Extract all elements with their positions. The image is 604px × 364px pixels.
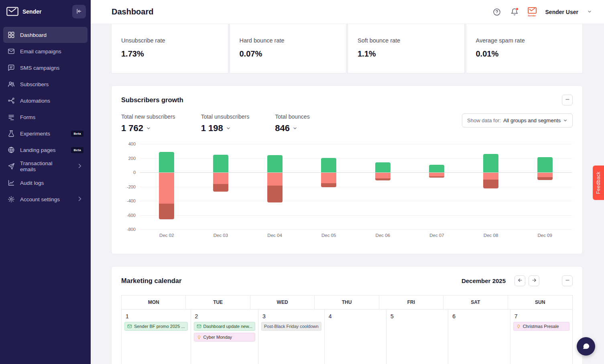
subscribers-icon [7, 81, 15, 88]
chart-bars [140, 144, 572, 229]
notifications-bell-icon[interactable] [510, 8, 519, 16]
growth-title: Subscribers growth [121, 96, 183, 104]
calendar-prev-button[interactable] [515, 275, 525, 286]
growth-collapse-button[interactable] [562, 95, 573, 105]
bar-bounces[interactable] [483, 180, 498, 188]
calendar-day-header-mon: MON [122, 295, 186, 309]
bar-new-subscribers[interactable] [429, 165, 444, 173]
bar-bounces[interactable] [375, 178, 390, 180]
chat-widget-button[interactable] [577, 337, 595, 356]
chart-plot: 4002000-200-400-600-800 [140, 144, 572, 229]
calendar-day-4[interactable]: 4 [325, 309, 386, 364]
stat-card-average-spam-rate: Average spam rate0.01% [466, 24, 583, 73]
landing-pages-icon [7, 146, 15, 154]
arrow-right-icon [531, 277, 537, 284]
sidebar-item-audit-logs[interactable]: Audit logs [3, 175, 87, 191]
bar-bounces[interactable] [159, 204, 174, 219]
chevron-right-icon [76, 195, 83, 204]
bar-bounces[interactable] [267, 186, 283, 203]
sidebar-item-subscribers[interactable]: Subscribers [3, 76, 87, 92]
calendar-title: Marketing calendar [121, 277, 181, 285]
chart-y-tick: 200 [128, 156, 136, 161]
settings-icon [7, 196, 15, 203]
metric-value-dropdown[interactable]: 1 762 [121, 123, 175, 133]
bar-new-subscribers[interactable] [537, 157, 553, 172]
user-menu[interactable]: Sender User [545, 9, 578, 15]
bar-new-subscribers[interactable] [159, 152, 174, 173]
bar-new-subscribers[interactable] [375, 162, 390, 172]
calendar-day-7[interactable]: 7Christmas Presale [510, 309, 572, 364]
chart-y-tick: -800 [127, 227, 136, 232]
calendar-day-5[interactable]: 5 [386, 309, 448, 364]
bar-new-subscribers[interactable] [483, 154, 498, 172]
sidebar-item-transactional-emails[interactable]: Transactional emails [3, 158, 87, 174]
bar-bounces[interactable] [429, 176, 444, 178]
calendar-day-1[interactable]: 1Sender BF promo 2025 ... [122, 309, 191, 364]
bar-unsubscribers[interactable] [159, 173, 174, 204]
calendar-event[interactable]: Christmas Presale [513, 322, 569, 331]
main: Dashboard Sender Sender User [91, 0, 604, 364]
metric-unsubscribers: Total unsubscribers 1 198 [201, 113, 250, 133]
collapse-left-icon [76, 8, 82, 16]
app: Sender DashboardEmail campaignsSMS campa… [0, 0, 604, 364]
chart-column-dec-04 [248, 144, 302, 229]
calendar-day-6[interactable]: 6 [448, 309, 510, 364]
bar-new-subscribers[interactable] [321, 158, 336, 172]
bar-unsubscribers[interactable] [375, 173, 390, 178]
sidebar-item-label: Transactional emails [20, 160, 66, 172]
bar-new-subscribers[interactable] [267, 155, 283, 172]
notification-dot [516, 8, 519, 10]
calendar-day-2[interactable]: 2Dashboard update new...Cyber Monday [191, 309, 258, 364]
metric-value-dropdown[interactable]: 846 [275, 123, 309, 133]
sidebar-item-sms-campaigns[interactable]: SMS campaigns [3, 60, 87, 76]
bar-bounces[interactable] [321, 183, 336, 188]
chart-x-tick: Dec 09 [518, 233, 572, 238]
bar-unsubscribers[interactable] [429, 173, 444, 176]
stats-row: Unsubscribe rate1.73%Hard bounce rate0.0… [111, 24, 583, 73]
sidebar-collapse-button[interactable] [72, 5, 86, 18]
sidebar-item-experiments[interactable]: ExperimentsBeta [3, 125, 87, 142]
chart-y-tick: -400 [127, 198, 136, 203]
bar-unsubscribers[interactable] [483, 173, 498, 180]
chevron-down-icon [293, 126, 297, 131]
show-data-for-dropdown[interactable]: Show data for: All groups and segments [462, 113, 573, 127]
feedback-tab[interactable]: Feedback [593, 166, 604, 200]
bar-unsubscribers[interactable] [213, 173, 228, 184]
chart-y-tick: 0 [133, 170, 136, 175]
sender-mini-logo[interactable]: Sender [528, 7, 537, 17]
metric-value: 1 198 [201, 123, 223, 133]
sidebar-item-account-settings[interactable]: Account settings [3, 191, 87, 207]
calendar-next-button[interactable] [529, 275, 539, 286]
calendar-event[interactable]: Sender BF promo 2025 ... [124, 322, 188, 331]
user-menu-chevron-icon[interactable] [587, 8, 592, 16]
sidebar-item-landing-pages[interactable]: Landing pagesBeta [3, 142, 87, 158]
metric-value-dropdown[interactable]: 1 198 [201, 123, 250, 133]
chart-column-dec-06 [356, 144, 410, 229]
calendar-day-3[interactable]: 3Post-Black Friday cooldown [258, 309, 325, 364]
bar-unsubscribers[interactable] [267, 173, 283, 186]
metric-value: 846 [275, 123, 290, 133]
content: Unsubscribe rate1.73%Hard bounce rate0.0… [91, 24, 604, 364]
sidebar-item-forms[interactable]: Forms [3, 109, 87, 125]
marketing-calendar-card: Marketing calendar December 2025 [111, 266, 583, 364]
calendar-collapse-button[interactable] [562, 275, 573, 286]
brand[interactable]: Sender [6, 6, 41, 17]
sidebar-item-email-campaigns[interactable]: Email campaigns [3, 43, 87, 59]
bar-new-subscribers[interactable] [213, 155, 228, 172]
bar-unsubscribers[interactable] [321, 173, 336, 183]
help-icon[interactable] [492, 8, 501, 16]
calendar-event[interactable]: Post-Black Friday cooldown [261, 322, 321, 331]
calendar-event[interactable]: Dashboard update new... [194, 322, 255, 331]
sidebar-item-automations[interactable]: Automations [3, 93, 87, 109]
sidebar-item-dashboard[interactable]: Dashboard [3, 27, 87, 43]
calendar-event[interactable]: Cyber Monday [194, 333, 255, 342]
lightbulb-icon [516, 324, 521, 329]
metric-value: 1 762 [121, 123, 143, 133]
bar-bounces[interactable] [537, 177, 553, 180]
bar-unsubscribers[interactable] [537, 173, 553, 177]
sidebar-item-label: Landing pages [20, 147, 56, 153]
chat-bubble-icon [582, 342, 590, 352]
calendar-controls: December 2025 [462, 275, 573, 286]
bar-bounces[interactable] [213, 184, 228, 192]
sidebar-item-label: Experiments [20, 131, 50, 137]
